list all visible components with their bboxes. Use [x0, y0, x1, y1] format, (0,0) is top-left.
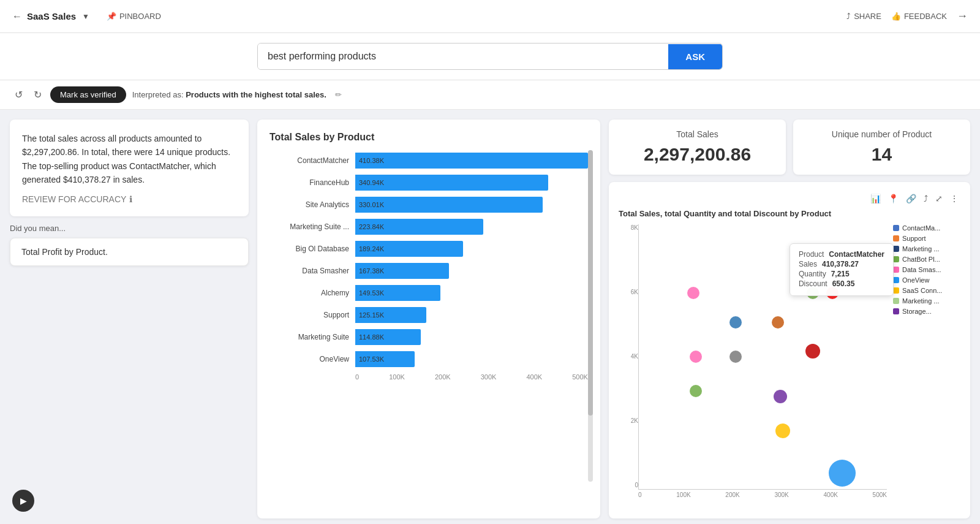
scatter-dot[interactable] — [772, 316, 784, 328]
ask-button[interactable]: ASK — [668, 44, 722, 69]
search-input[interactable] — [258, 44, 668, 69]
feedback-button[interactable]: 👍 FEEDBACK — [891, 12, 947, 21]
scatter-dot[interactable] — [829, 460, 856, 487]
play-button[interactable]: ▶ — [12, 490, 34, 512]
insight-text: The total sales across all products amou… — [22, 132, 236, 187]
bar-value: 410.38K — [359, 157, 384, 164]
toolbar-row: ↺ ↻ Mark as verified Interpreted as: Pro… — [0, 80, 980, 110]
scatter-plot — [638, 224, 887, 490]
bar-value: 330.01K — [359, 201, 384, 208]
verify-button[interactable]: Mark as verified — [50, 86, 126, 103]
did-you-mean-section: Did you mean... Total Profit by Product. — [10, 224, 249, 266]
back-button[interactable]: ← — [12, 11, 22, 22]
bar-row: Alchemy 149.53K — [270, 285, 588, 301]
bar-track: 149.53K — [355, 285, 588, 301]
bar-track: 330.01K — [355, 197, 588, 213]
total-sales-value: 2,297,200.86 — [621, 144, 774, 165]
bar-row: FinanceHub 340.94K — [270, 175, 588, 191]
bar-value: 149.53K — [359, 289, 384, 297]
legend-item: ChatBot Pl... — [893, 256, 960, 263]
bar-label: Site Analytics — [270, 200, 349, 209]
scatter-dot[interactable] — [774, 390, 787, 403]
legend-dot — [893, 308, 899, 314]
bar-fill: 114.88K — [355, 329, 421, 345]
pinboard-button[interactable]: 📌 PINBOARD — [107, 12, 161, 21]
scatter-dot[interactable] — [805, 344, 820, 359]
bar-value: 189.24K — [359, 245, 384, 253]
bar-fill: 340.94K — [355, 175, 548, 191]
pinboard-icon: 📌 — [107, 12, 116, 21]
bar-fill: 189.24K — [355, 241, 463, 257]
bar-value: 114.88K — [359, 333, 384, 341]
legend-dot — [893, 277, 899, 283]
edit-icon[interactable]: ✏ — [335, 90, 342, 99]
bar-label: Marketing Suite ... — [270, 222, 349, 231]
share-scatter-button[interactable]: ⤴ — [922, 192, 930, 205]
bar-track: 114.88K — [355, 329, 588, 345]
bar-label: FinanceHub — [270, 178, 349, 187]
suggestion-card[interactable]: Total Profit by Product. — [10, 238, 249, 266]
bar-track: 125.15K — [355, 307, 588, 323]
bar-value: 107.53K — [359, 355, 384, 363]
scatter-dot[interactable] — [807, 287, 819, 299]
scatter-dot[interactable] — [826, 287, 839, 299]
legend-dot — [893, 235, 899, 241]
copy-link-button[interactable]: 🔗 — [904, 192, 918, 205]
review-accuracy-link[interactable]: REVIEW FOR ACCURACY ℹ — [22, 194, 236, 204]
search-area: ASK — [0, 33, 980, 80]
legend-dot — [893, 267, 899, 273]
bar-row: Site Analytics 330.01K — [270, 197, 588, 213]
bar-row: ContactMatcher 410.38K — [270, 153, 588, 169]
bar-label: Marketing Suite — [270, 333, 349, 341]
expand-button[interactable]: ⤢ — [933, 192, 944, 205]
legend-item: ContactMa... — [893, 224, 960, 232]
legend-item: OneView — [893, 276, 960, 284]
bar-label: Big Ol Database — [270, 245, 349, 253]
unique-products-value: 14 — [805, 144, 958, 165]
scroll-thumb — [588, 150, 593, 416]
scatter-dot[interactable] — [690, 351, 702, 363]
review-label: REVIEW FOR ACCURACY — [22, 194, 126, 204]
bar-fill: 107.53K — [355, 351, 415, 367]
scatter-dot[interactable] — [729, 351, 742, 363]
bar-row: Marketing Suite 114.88K — [270, 329, 588, 345]
more-options-button[interactable]: ⋮ — [948, 192, 960, 205]
bar-row: OneView 107.53K — [270, 351, 588, 367]
scatter-dot[interactable] — [690, 385, 702, 397]
redo-button[interactable]: ↻ — [31, 86, 44, 103]
app-title: SaaS Sales — [27, 11, 76, 21]
scatter-dot[interactable] — [687, 287, 699, 299]
legend-dot — [893, 225, 899, 231]
scatter-title: Total Sales, total Quantity and total Di… — [619, 209, 960, 218]
legend-item: Marketing ... — [893, 297, 960, 305]
bar-row: Support 125.15K — [270, 307, 588, 323]
bar-label: ContactMatcher — [270, 156, 349, 165]
share-button[interactable]: ⤴ SHARE — [846, 12, 881, 21]
scatter-panel: 📊 📍 🔗 ⤴ ⤢ ⋮ Total Sales, total Quantity … — [609, 182, 970, 518]
bar-row: Data Smasher 167.38K — [270, 263, 588, 279]
bar-label: Alchemy — [270, 289, 349, 297]
bar-row: Big Ol Database 189.24K — [270, 241, 588, 257]
unique-products-label: Unique number of Product — [805, 129, 958, 139]
exit-button[interactable]: → — [957, 10, 968, 23]
left-panel: The total sales across all products amou… — [10, 120, 249, 518]
legend-dot — [893, 287, 899, 294]
insight-card: The total sales across all products amou… — [10, 120, 249, 216]
bar-track: 189.24K — [355, 241, 588, 257]
bar-label: OneView — [270, 355, 349, 363]
pin-button[interactable]: 📍 — [886, 192, 900, 205]
scroll-indicator[interactable] — [588, 150, 593, 482]
total-sales-label: Total Sales — [621, 129, 774, 139]
scatter-dot[interactable] — [729, 316, 742, 328]
scatter-toolbar: 📊 📍 🔗 ⤴ ⤢ ⋮ — [619, 192, 960, 205]
bar-value: 167.38K — [359, 267, 384, 275]
bar-value: 125.15K — [359, 311, 384, 319]
legend-item: Storage... — [893, 308, 960, 315]
undo-button[interactable]: ↺ — [12, 86, 25, 103]
title-dropdown-button[interactable]: ▼ — [82, 12, 89, 21]
right-panel: Total Sales 2,297,200.86 Unique number o… — [609, 120, 970, 518]
legend-dot — [893, 246, 899, 252]
chart-type-button[interactable]: 📊 — [869, 192, 883, 205]
scatter-dot[interactable] — [775, 423, 790, 438]
legend-dot — [893, 298, 899, 304]
